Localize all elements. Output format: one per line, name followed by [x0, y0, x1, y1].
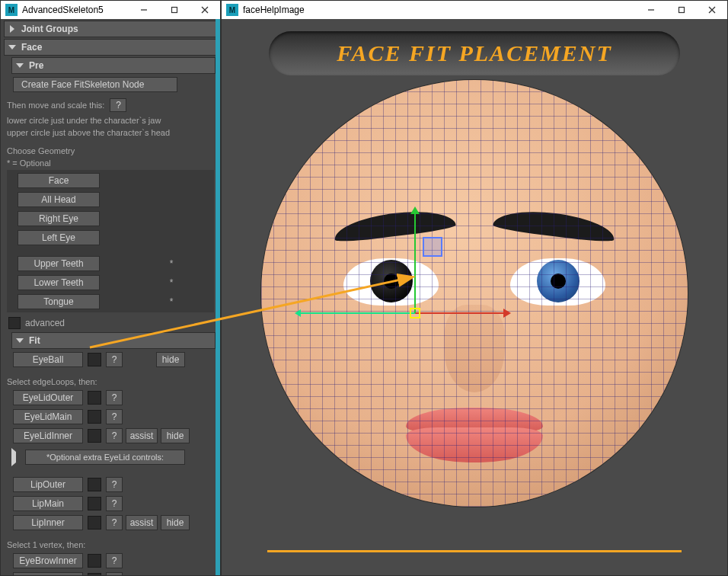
help-image-surface: FACE FIT PLACEMENT: [222, 19, 727, 575]
help-button[interactable]: ?: [106, 496, 123, 511]
iris-left: [370, 260, 413, 302]
optional-star: *: [167, 258, 176, 269]
hide-button[interactable]: hide: [161, 428, 190, 443]
geo-allhead-button[interactable]: All Head: [18, 192, 100, 207]
eyelidinner-button[interactable]: EyeLidInner: [13, 428, 83, 443]
hide-button[interactable]: hide: [156, 352, 185, 367]
help-button[interactable]: ?: [106, 572, 123, 575]
color-swatch[interactable]: [88, 429, 101, 443]
eyeball-button[interactable]: EyeBall: [13, 352, 83, 367]
lips: [406, 408, 543, 464]
section-joint-groups[interactable]: Joint Groups: [4, 21, 217, 37]
header-pill: FACE FIT PLACEMENT: [269, 31, 680, 75]
section-label: Face: [21, 42, 42, 53]
help-button[interactable]: ?: [106, 390, 123, 405]
help-button[interactable]: ?: [106, 428, 123, 443]
pupil-right: [551, 274, 566, 289]
help-button[interactable]: ?: [106, 409, 123, 424]
move-scale-row: Then move and scale this: ?: [7, 97, 214, 114]
maya-icon: M: [226, 4, 238, 16]
edgeloops-label: Select edgeLoops, then:: [7, 376, 214, 387]
geo-lowerteeth-button[interactable]: Lower Teeth: [18, 275, 100, 290]
svg-rect-1: [172, 8, 177, 13]
eyeball-color-swatch[interactable]: [88, 353, 101, 366]
maximize-button[interactable]: [159, 1, 190, 19]
section-label: Joint Groups: [21, 24, 78, 34]
help-button[interactable]: ?: [106, 352, 123, 367]
minimize-button[interactable]: [129, 1, 159, 19]
optional-star: *: [167, 296, 176, 307]
vertex-label: Select 1 vertex, then:: [7, 539, 214, 550]
eyebrowouter-button[interactable]: EyeBrowOuter: [13, 572, 83, 575]
face-preview: [261, 80, 688, 507]
eye-left: [343, 258, 439, 306]
color-swatch[interactable]: [88, 410, 101, 424]
iris-right: [537, 260, 580, 302]
gizmo-center-handle: [410, 308, 420, 318]
hint-line-1: lower circle just under the character`s …: [7, 115, 214, 126]
left-panel-body: Joint Groups Face Pre Create Face FitSke…: [1, 19, 220, 575]
help-button[interactable]: ?: [110, 98, 126, 112]
eye-right: [510, 258, 605, 306]
right-titlebar: M faceHelpImage: [222, 1, 727, 19]
svg-rect-5: [679, 8, 685, 13]
chevron-down-icon: [16, 338, 24, 343]
assist-button[interactable]: assist: [126, 515, 158, 530]
left-titlebar: M AdvancedSkeleton5: [1, 1, 220, 19]
geometry-list: Face All Head Right Eye Left Eye Upper T…: [7, 170, 214, 312]
advanced-label: advanced: [25, 318, 65, 328]
minimize-button[interactable]: [636, 1, 666, 19]
chevron-down-icon: [16, 63, 24, 68]
advanced-checkbox[interactable]: [8, 317, 21, 329]
help-header-title: FACE FIT PLACEMENT: [337, 40, 612, 66]
nose: [444, 305, 505, 392]
lipmain-button[interactable]: LipMain: [13, 496, 83, 511]
help-button[interactable]: ?: [106, 477, 123, 492]
close-button[interactable]: [697, 1, 727, 19]
geo-righteye-button[interactable]: Right Eye: [18, 211, 100, 226]
move-scale-label: Then move and scale this:: [7, 101, 104, 110]
face-help-window: M faceHelpImage FACE FIT PLACEMENT: [221, 0, 728, 576]
geo-lefteye-button[interactable]: Left Eye: [18, 230, 100, 245]
gizmo-plane-handle: [423, 237, 442, 257]
create-face-fitskeleton-button[interactable]: Create Face FitSkeleton Node: [13, 77, 177, 92]
chevron-right-icon: [11, 448, 16, 466]
geo-face-button[interactable]: Face: [18, 173, 100, 188]
section-label: Pre: [29, 60, 43, 71]
color-swatch[interactable]: [88, 573, 101, 575]
section-fit[interactable]: Fit: [11, 332, 216, 349]
lipinner-button[interactable]: LipInner: [13, 515, 83, 530]
left-window-title: AdvancedSkeleton5: [22, 5, 104, 15]
assist-button[interactable]: assist: [126, 428, 158, 443]
color-swatch[interactable]: [88, 391, 101, 405]
geo-tongue-button[interactable]: Tongue: [18, 294, 100, 309]
eyebrow-left: [333, 206, 456, 243]
lip-lower: [406, 427, 543, 462]
eyelidouter-button[interactable]: EyeLidOuter: [13, 390, 83, 405]
color-swatch[interactable]: [88, 497, 101, 510]
color-swatch[interactable]: [88, 516, 101, 530]
advanced-checkbox-row[interactable]: advanced: [8, 317, 212, 329]
resize-sash[interactable]: [216, 19, 220, 575]
close-button[interactable]: [190, 1, 220, 19]
help-button[interactable]: ?: [106, 515, 123, 530]
hide-button[interactable]: hide: [161, 515, 190, 530]
section-pre[interactable]: Pre: [11, 57, 216, 74]
section-face[interactable]: Face: [4, 39, 217, 56]
advanced-skeleton-window: M AdvancedSkeleton5 Joint Groups Fac: [0, 0, 221, 576]
help-button[interactable]: ?: [106, 553, 123, 568]
extra-eyelid-button[interactable]: *Optional extra EyeLid controls:: [25, 450, 185, 465]
eyebrowinner-button[interactable]: EyeBrowInner: [13, 553, 83, 568]
lipouter-button[interactable]: LipOuter: [13, 477, 83, 492]
section-label: Fit: [29, 335, 40, 346]
chevron-down-icon: [8, 45, 16, 50]
eyelidmain-button[interactable]: EyeLidMain: [13, 409, 83, 424]
maximize-button[interactable]: [666, 1, 697, 19]
optional-star: *: [167, 277, 176, 288]
geo-upperteeth-button[interactable]: Upper Teeth: [18, 256, 100, 271]
choose-geometry-label: Choose Geometry: [7, 146, 214, 156]
maya-icon: M: [5, 4, 18, 16]
eyebrow-right: [493, 206, 616, 243]
color-swatch[interactable]: [88, 554, 101, 568]
color-swatch[interactable]: [88, 478, 101, 491]
